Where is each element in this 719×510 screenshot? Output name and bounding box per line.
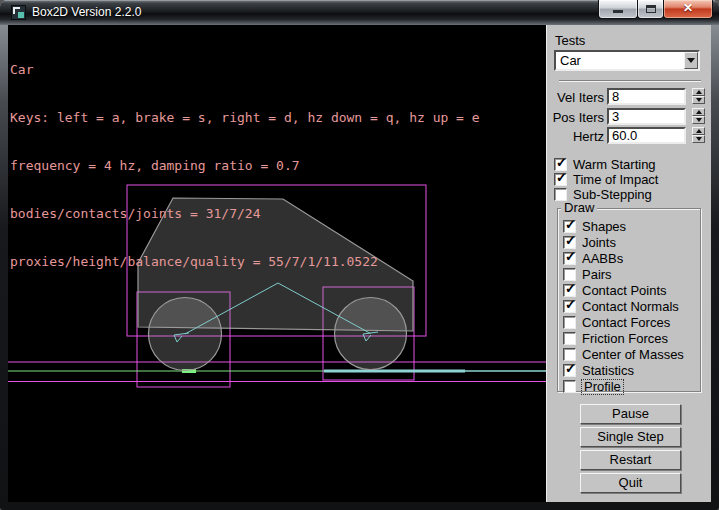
checkbox-label: Contact Normals <box>582 300 679 314</box>
single-step-button[interactable]: Single Step <box>580 427 681 447</box>
maximize-icon <box>646 5 656 13</box>
pos-iters-spinner[interactable] <box>692 108 705 125</box>
pos-iters-input[interactable] <box>607 108 686 125</box>
checkbox-label: Profile <box>582 380 623 394</box>
hud-keys-help: Keys: left = a, brake = s, right = d, hz… <box>10 110 480 126</box>
maximize-button[interactable] <box>637 0 664 19</box>
arrow-down-icon <box>696 118 702 122</box>
spinner-up-button[interactable] <box>692 88 705 96</box>
minimize-icon <box>613 10 623 13</box>
arrow-down-icon <box>696 137 702 141</box>
tests-dropdown-value: Car <box>560 52 581 69</box>
vel-iters-spinner[interactable] <box>692 88 705 105</box>
check-icon: ✓ <box>564 249 577 264</box>
arrow-up-icon <box>696 129 702 133</box>
checkbox-box <box>563 332 576 345</box>
vel-iters-label: Vel Iters <box>547 90 604 105</box>
spinner-up-button[interactable] <box>692 108 705 116</box>
check-icon: ✓ <box>564 217 577 232</box>
app-window: Box2D Version 2.2.0 ✕ <box>0 0 719 510</box>
check-icon: ✓ <box>564 297 577 312</box>
separator <box>559 80 701 82</box>
tests-label: Tests <box>555 33 585 48</box>
app-icon-dot <box>18 12 24 18</box>
checkbox-label: Statistics <box>582 364 634 378</box>
checkbox-label: Joints <box>582 236 616 250</box>
restart-button[interactable]: Restart <box>580 450 681 470</box>
chevron-down-icon <box>687 58 695 63</box>
spinner-down-button[interactable] <box>692 135 705 143</box>
checkbox-label: AABBs <box>582 252 623 266</box>
title-bar[interactable]: Box2D Version 2.2.0 ✕ <box>0 0 719 25</box>
hud-test-name: Car <box>10 62 480 78</box>
close-button[interactable]: ✕ <box>663 0 713 19</box>
arrow-up-icon <box>696 90 702 94</box>
checkbox-box <box>563 268 576 281</box>
spinner-up-button[interactable] <box>692 127 705 135</box>
tests-dropdown-button[interactable] <box>684 52 698 69</box>
minimize-button[interactable] <box>598 0 638 19</box>
spinner-down-button[interactable] <box>692 96 705 104</box>
pause-button[interactable]: Pause <box>580 404 681 424</box>
hertz-spinner[interactable] <box>692 127 705 144</box>
checkbox-label: Time of Impact <box>573 173 658 187</box>
vel-iters-input[interactable] <box>607 88 686 105</box>
check-icon: ✓ <box>564 361 577 376</box>
ground-edge-right-thick <box>324 370 465 373</box>
simulation-canvas[interactable]: Car Keys: left = a, brake = s, right = d… <box>8 25 546 502</box>
arrow-up-icon <box>696 110 702 114</box>
debug-hud-text: Car Keys: left = a, brake = s, right = d… <box>10 30 480 302</box>
checkbox-label: Contact Forces <box>582 316 670 330</box>
checkbox-label: Contact Points <box>582 284 667 298</box>
checkbox-box <box>563 380 576 393</box>
hud-proxy-stats: proxies/height/balance/quality = 55/7/1/… <box>10 254 480 270</box>
hud-frequency: frequency = 4 hz, damping ratio = 0.7 <box>10 158 480 174</box>
check-icon: ✓ <box>555 155 568 170</box>
pos-iters-label: Pos Iters <box>547 110 604 125</box>
checkbox-box <box>563 348 576 361</box>
hertz-input[interactable] <box>607 127 686 144</box>
check-icon: ✓ <box>564 233 577 248</box>
close-icon: ✕ <box>683 1 693 15</box>
checkbox-label: Shapes <box>582 220 626 234</box>
window-title: Box2D Version 2.2.0 <box>32 4 141 21</box>
arrow-down-icon <box>696 98 702 102</box>
checkbox-label: Center of Masses <box>582 348 684 362</box>
hud-body-stats: bodies/contacts/joints = 31/7/24 <box>10 206 480 222</box>
checkbox-box <box>563 316 576 329</box>
draw-group-title: Draw <box>561 201 597 215</box>
checkbox-label: Friction Forces <box>582 332 668 346</box>
checkbox-label: Warm Starting <box>573 158 656 172</box>
check-icon: ✓ <box>564 281 577 296</box>
app-icon <box>11 5 26 20</box>
check-icon: ✓ <box>555 170 568 185</box>
tests-dropdown[interactable]: Car <box>554 50 700 71</box>
control-panel: Tests Car Vel Iters Pos Iters Hertz <box>546 25 711 502</box>
quit-button[interactable]: Quit <box>580 473 681 493</box>
hertz-label: Hertz <box>547 129 604 144</box>
checkbox-label: Pairs <box>582 268 612 282</box>
spinner-down-button[interactable] <box>692 116 705 124</box>
